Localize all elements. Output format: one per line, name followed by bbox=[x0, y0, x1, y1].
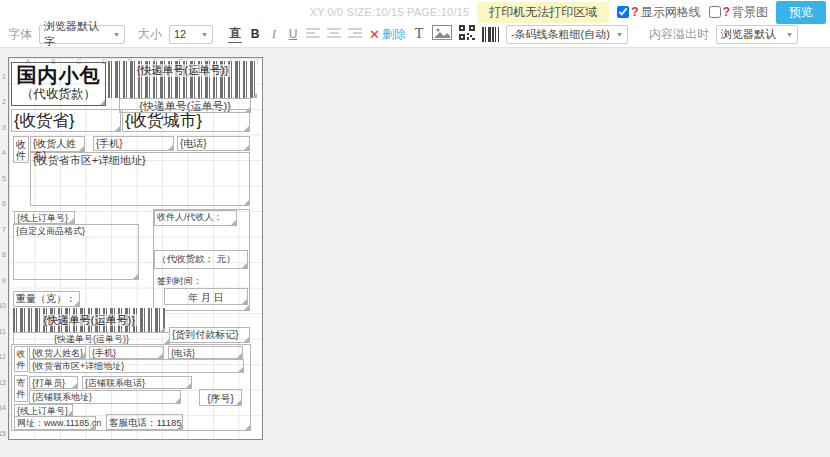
toolbar: XY:0/0 SIZE:10/15 PAGE:10/15 打印机无法打印区域 ?… bbox=[0, 0, 830, 48]
printer-unprintable-warning: 打印机无法打印区域 bbox=[477, 2, 609, 23]
field-recipient-vertical-1[interactable]: 收件 bbox=[13, 136, 29, 163]
help-icon[interactable]: ? bbox=[723, 5, 730, 19]
overflow-label: 内容溢出时 bbox=[649, 26, 709, 43]
overflow-select[interactable]: 浏览器默认 ▼ bbox=[716, 25, 798, 44]
field-printer[interactable]: {打单员} bbox=[29, 376, 78, 389]
field-cod-mark[interactable]: {货到付款标记} bbox=[169, 327, 250, 343]
background-image-toggle[interactable]: ? 背景图 bbox=[709, 4, 768, 21]
ruler-row-label: 7 bbox=[2, 226, 6, 233]
ruler-row-label: 3 bbox=[2, 124, 6, 131]
barcode-top-overlay-text: {快递单号(运单号)} bbox=[135, 64, 231, 77]
chevron-down-icon: ▼ bbox=[616, 31, 623, 38]
chevron-down-icon: ▼ bbox=[113, 31, 120, 38]
toolbar-tools-row: 字体 浏览器默认字 ▼ 大小 12 ▼ 直 B I U ✕ 删除 T -条码线条… bbox=[8, 23, 798, 45]
field-service-phone[interactable]: 客服电话：11185 bbox=[106, 414, 183, 430]
field-shop-phone[interactable]: {店铺联系电话} bbox=[82, 376, 192, 389]
label-canvas[interactable]: ABCDEFGHIJ 国内小包 （代收货款） {快递单号(运单号)} {快递单号… bbox=[8, 57, 263, 440]
font-label: 字体 bbox=[8, 26, 32, 43]
delete-button[interactable]: ✕ 删除 bbox=[369, 26, 406, 43]
ruler-row-label: 10 bbox=[0, 302, 6, 309]
ruler-row-label: 1 bbox=[2, 73, 6, 80]
ruler-row-label: 15 bbox=[0, 430, 6, 437]
label-title: 国内小包 bbox=[14, 64, 103, 87]
size-label: 大小 bbox=[138, 26, 162, 43]
toolbar-status-row: XY:0/0 SIZE:10/15 PAGE:10/15 打印机无法打印区域 ?… bbox=[310, 2, 826, 22]
ruler-row-label: 11 bbox=[0, 328, 6, 335]
overflow-select-value: 浏览器默认 bbox=[721, 27, 776, 42]
help-icon[interactable]: ? bbox=[631, 5, 638, 19]
chevron-down-icon: ▼ bbox=[201, 31, 208, 38]
underline-icon[interactable]: U bbox=[287, 27, 299, 41]
field-address-2[interactable]: {收货省市区+详细地址} bbox=[29, 359, 244, 373]
field-province[interactable]: {收货省} bbox=[11, 109, 121, 132]
show-grid-toggle[interactable]: ? 显示网格线 bbox=[617, 4, 700, 21]
text-tool-icon[interactable]: T bbox=[413, 26, 425, 42]
field-website[interactable]: 网址：www.11185.cn bbox=[14, 416, 96, 430]
field-cod-amount[interactable]: （代收货款： 元） bbox=[154, 250, 248, 269]
ruler-row-label: 9 bbox=[2, 277, 6, 284]
field-consignee-sign[interactable]: 收件人/代收人： bbox=[154, 210, 237, 226]
background-image-checkbox[interactable] bbox=[709, 6, 721, 18]
delete-label: 删除 bbox=[382, 26, 406, 43]
field-barcode-top[interactable]: {快递单号(运单号)} bbox=[108, 61, 257, 98]
field-barcode-bottom[interactable]: {快递单号(运单号)} bbox=[13, 308, 165, 332]
show-grid-label: 显示网格线 bbox=[641, 4, 701, 21]
ruler-row-label: 14 bbox=[0, 404, 6, 411]
barcode-bottom-overlay-text: {快递单号(运单号)} bbox=[41, 314, 137, 327]
ruler-row-label: 8 bbox=[2, 251, 6, 258]
barcode-thickness-value: -条码线条粗细(自动) bbox=[511, 27, 610, 42]
size-select[interactable]: 12 ▼ bbox=[169, 25, 213, 44]
field-sender-vertical[interactable]: 寄件 bbox=[14, 375, 28, 402]
align-center-icon[interactable] bbox=[327, 25, 341, 43]
ruler-row-label: 12 bbox=[0, 353, 6, 360]
field-custom-product[interactable]: {自定义商品格式} bbox=[13, 224, 139, 280]
field-phone-1[interactable]: {电话} bbox=[177, 136, 250, 151]
font-select-value: 浏览器默认字 bbox=[44, 19, 108, 49]
label-subtitle: （代收货款） bbox=[14, 87, 103, 101]
field-online-order-1[interactable]: {线上订单号} bbox=[14, 211, 75, 224]
field-mobile-2[interactable]: {手机} bbox=[89, 346, 164, 359]
bold-icon[interactable]: B bbox=[249, 27, 261, 41]
field-date-line[interactable]: 年 月 日 bbox=[164, 288, 248, 305]
font-select[interactable]: 浏览器默认字 ▼ bbox=[39, 25, 125, 44]
field-recipient-vertical-2[interactable]: 收件 bbox=[14, 346, 28, 372]
ruler-row-label: 5 bbox=[2, 175, 6, 182]
image-tool-icon[interactable] bbox=[432, 25, 452, 44]
delete-x-icon: ✕ bbox=[369, 27, 380, 42]
field-shop-address[interactable]: {店铺联系地址} bbox=[29, 390, 181, 404]
qrcode-tool-icon[interactable] bbox=[459, 25, 475, 44]
preview-button[interactable]: 预览 bbox=[776, 1, 826, 24]
field-mobile-1[interactable]: {手机} bbox=[93, 136, 174, 151]
ruler-row-label: 6 bbox=[2, 200, 6, 207]
cursor-status-text: XY:0/0 SIZE:10/15 PAGE:10/15 bbox=[310, 6, 470, 18]
ruler-row-label: 13 bbox=[0, 379, 6, 386]
field-city[interactable]: {收货城市} bbox=[122, 109, 250, 132]
size-select-value: 12 bbox=[174, 28, 186, 40]
ruler-row-label: 4 bbox=[2, 149, 6, 156]
barcode-tool-icon[interactable] bbox=[482, 27, 499, 42]
italic-icon[interactable]: I bbox=[268, 27, 280, 42]
align-left-icon[interactable] bbox=[306, 25, 320, 43]
field-weight[interactable]: 重量（克）： bbox=[13, 291, 80, 307]
vertical-text-icon[interactable]: 直 bbox=[228, 25, 242, 43]
chevron-down-icon: ▼ bbox=[786, 31, 793, 38]
field-address-1[interactable]: {收货省市区+详细地址} bbox=[30, 152, 250, 206]
field-recipient-name-2[interactable]: {收货人姓名} bbox=[29, 346, 86, 359]
show-grid-checkbox[interactable] bbox=[617, 6, 629, 18]
field-serial[interactable]: {序号} bbox=[199, 389, 242, 406]
barcode-thickness-select[interactable]: -条码线条粗细(自动) ▼ bbox=[506, 25, 628, 44]
row-ruler: 123456789101112131415 bbox=[0, 57, 7, 440]
field-brand-box[interactable]: 国内小包 （代收货款） bbox=[11, 62, 106, 106]
ruler-row-label: 2 bbox=[2, 98, 6, 105]
field-phone-2[interactable]: {电话} bbox=[168, 346, 243, 359]
field-sign-time[interactable]: 签到时间： bbox=[155, 275, 215, 287]
field-recipient-name-1[interactable]: {收货人姓名} bbox=[30, 136, 85, 152]
background-image-label: 背景图 bbox=[732, 4, 768, 21]
align-right-icon[interactable] bbox=[348, 25, 362, 43]
